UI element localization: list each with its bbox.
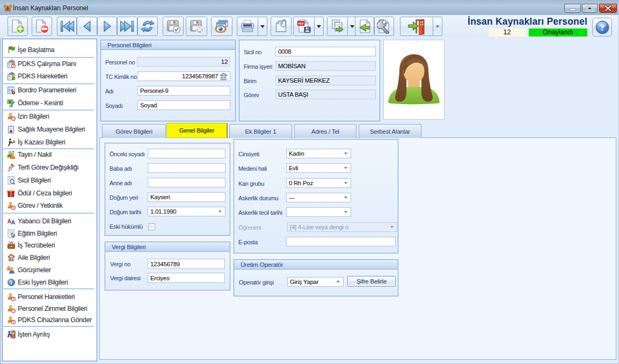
svg-text:i: i: [11, 280, 12, 286]
svg-text:?: ?: [600, 23, 605, 33]
svg-text:$: $: [9, 100, 11, 104]
svg-text:PDF: PDF: [298, 22, 304, 25]
svg-text:A: A: [11, 219, 16, 225]
